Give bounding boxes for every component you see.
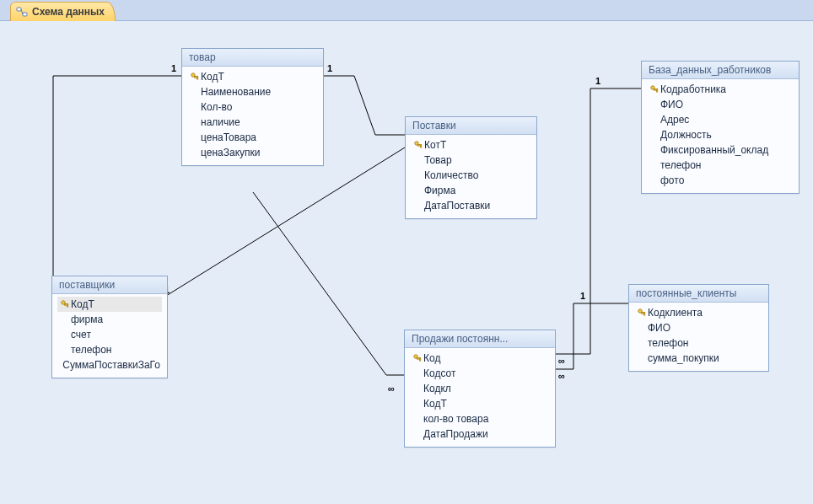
table-klienty[interactable]: постоянные_клиенты Кодклиента ФИО телефо…	[628, 284, 769, 372]
field-row[interactable]: фирма	[57, 312, 162, 327]
relationships-icon	[16, 6, 28, 18]
relation-tovar-prodazhi: ∞	[253, 192, 404, 394]
key-icon	[636, 308, 648, 317]
field-row[interactable]: телефон	[647, 158, 794, 173]
table-title[interactable]: поставщики	[52, 276, 167, 294]
field-name: счет	[71, 329, 91, 340]
card-label: 1	[171, 63, 176, 73]
schema-canvas[interactable]: 1 1 1 ∞ ∞ 1 ∞ 1	[0, 21, 813, 504]
card-label: 1	[595, 76, 600, 86]
field-name: наличие	[201, 116, 240, 128]
field-name: телефон	[660, 159, 702, 171]
field-name: Кодработника	[660, 83, 726, 95]
svg-line-2	[21, 9, 23, 14]
field-row[interactable]: фото	[647, 173, 794, 188]
tab-schema[interactable]: Схема данных	[10, 2, 116, 21]
field-name: ФИО	[648, 322, 670, 334]
svg-rect-1	[23, 13, 27, 16]
field-name: Кодкл	[423, 383, 451, 394]
svg-rect-12	[421, 146, 422, 147]
field-row[interactable]: Кодсот	[410, 366, 550, 381]
field-row[interactable]: телефон	[634, 335, 763, 351]
field-name: Кол-во	[201, 101, 232, 113]
card-label: ∞	[558, 371, 565, 381]
field-row[interactable]: КодТ	[410, 396, 550, 411]
field-row[interactable]: ценаТовара	[187, 130, 318, 145]
field-row[interactable]: КодТ	[187, 69, 318, 84]
field-list: Кодклиента ФИО телефон сумма_покупки	[629, 303, 768, 371]
field-name: телефон	[648, 337, 689, 349]
field-row[interactable]: Фирма	[411, 183, 531, 198]
field-row[interactable]: Кодкл	[410, 381, 550, 396]
table-title[interactable]: Поставки	[406, 117, 536, 135]
svg-rect-21	[644, 314, 645, 315]
field-name: КотТ	[424, 139, 446, 151]
field-name: Наименование	[201, 86, 271, 98]
table-tovar[interactable]: товар КодТ Наименование Кол-во наличие ц…	[181, 48, 324, 166]
svg-rect-18	[657, 90, 658, 92]
field-row[interactable]: ДатаПродажи	[410, 426, 550, 442]
table-title[interactable]: Продажи постоянн...	[405, 330, 555, 348]
field-name: телефон	[71, 344, 112, 356]
field-row[interactable]: телефон	[57, 342, 162, 357]
field-name: КодТ	[423, 398, 447, 410]
table-postavshiki[interactable]: поставщики КодТ фирма счет телефон Сумма…	[51, 276, 168, 378]
field-name: сумма_покупки	[648, 352, 719, 364]
field-name проходят: СуммаПоставкиЗаГо	[62, 359, 160, 371]
field-row[interactable]: КодТ	[57, 297, 162, 312]
table-rabotniki[interactable]: База_данных_работников Кодработника ФИО …	[641, 61, 800, 194]
key-icon	[59, 300, 71, 308]
field-row[interactable]: Фиксированный_оклад	[647, 142, 794, 158]
field-row[interactable]: ФИО	[634, 320, 763, 335]
field-row[interactable]: Адрес	[647, 112, 794, 127]
svg-rect-6	[197, 78, 198, 79]
field-name: Количество	[424, 169, 478, 181]
field-name: Код	[423, 352, 440, 364]
field-name: Кодсот	[423, 367, 455, 379]
field-row[interactable]: СуммаПоставкиЗаГо	[57, 357, 162, 373]
card-label: 1	[580, 291, 585, 301]
svg-rect-9	[67, 305, 68, 307]
field-row[interactable]: Кодклиента	[634, 305, 763, 320]
field-list: КодТ фирма счет телефон СуммаПоставкиЗаГ…	[52, 294, 167, 378]
field-row[interactable]: Товар	[411, 153, 531, 168]
field-name: ДатаПоставки	[424, 200, 490, 212]
table-title[interactable]: База_данных_работников	[642, 62, 799, 79]
field-list: Код Кодсот Кодкл КодТ кол-во товара Дата…	[405, 348, 555, 447]
field-name: ДатаПродажи	[423, 428, 488, 440]
field-row[interactable]: ценаЗакупки	[187, 145, 318, 160]
field-row[interactable]: КотТ	[411, 137, 531, 153]
field-row[interactable]: Кодработника	[647, 82, 794, 97]
field-row[interactable]: наличие	[187, 115, 318, 130]
field-row[interactable]: Кол-во	[187, 99, 318, 115]
field-list: КотТ Товар Количество Фирма ДатаПоставки	[406, 135, 536, 218]
field-row[interactable]: Количество	[411, 168, 531, 183]
svg-rect-0	[17, 8, 21, 11]
table-title[interactable]: постоянные_клиенты	[629, 285, 768, 303]
field-row[interactable]: Должность	[647, 127, 794, 142]
field-row[interactable]: Наименование	[187, 84, 318, 99]
field-row[interactable]: ДатаПоставки	[411, 198, 531, 213]
field-name: Должность	[660, 129, 712, 141]
field-name: ценаТовара	[201, 131, 256, 143]
key-icon	[189, 72, 201, 81]
table-postavki[interactable]: Поставки КотТ Товар Количество Фирма Дат…	[405, 116, 537, 219]
relation-tovar-postavshiki: 1 1	[53, 63, 181, 295]
field-name: Адрес	[660, 114, 689, 126]
field-name: ФИО	[660, 99, 683, 110]
field-row[interactable]: сумма_покупки	[634, 351, 763, 366]
field-row[interactable]: счет	[57, 327, 162, 342]
relation-tovar-postavki: 1	[322, 63, 405, 135]
table-title[interactable]: товар	[182, 49, 323, 67]
key-icon	[649, 85, 660, 94]
table-prodazhi[interactable]: Продажи постоянн... Код Кодсот Кодкл Код…	[404, 330, 556, 448]
field-row[interactable]: ФИО	[647, 97, 794, 112]
relation-prodazhi-klienty: ∞ 1	[554, 291, 628, 381]
field-name: Товар	[424, 154, 452, 166]
field-row[interactable]: кол-во товара	[410, 411, 550, 426]
tab-strip: Схема данных	[0, 0, 813, 21]
field-name: КодТ	[71, 298, 94, 310]
field-row[interactable]: Код	[410, 351, 550, 366]
field-name: ценаЗакупки	[201, 147, 260, 158]
field-name: Кодклиента	[648, 307, 703, 319]
